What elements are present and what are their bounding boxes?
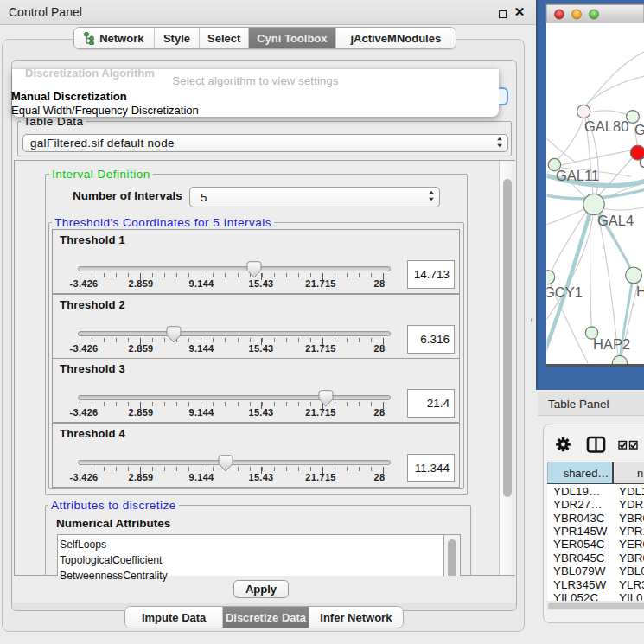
svg-text:GAL4: GAL4 <box>597 213 634 228</box>
svg-text:GAL80: GAL80 <box>584 118 628 134</box>
svg-text:HAP2: HAP2 <box>593 336 630 352</box>
svg-text:GCY1: GCY1 <box>544 284 583 300</box>
svg-text:GAL11: GAL11 <box>556 168 599 183</box>
svg-text:GA: GA <box>634 122 644 137</box>
svg-text:H: H <box>636 284 644 299</box>
svg-text:C: C <box>639 155 644 170</box>
